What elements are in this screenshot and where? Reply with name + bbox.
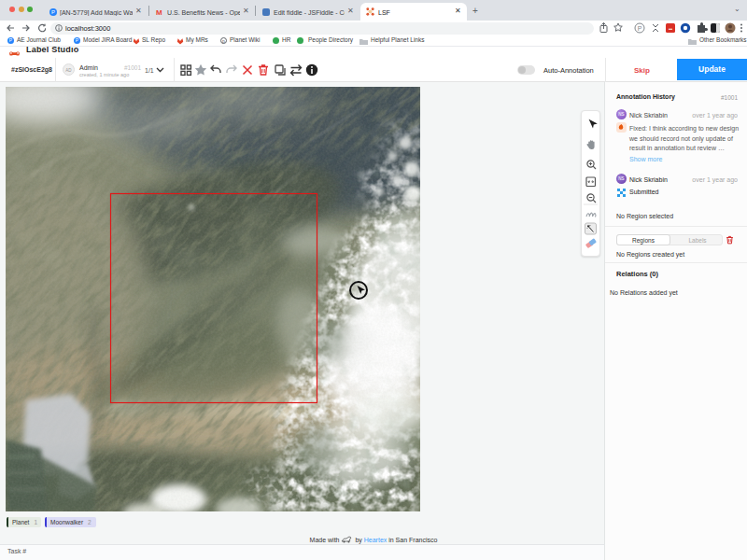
svg-text:P: P [638,25,642,32]
svg-text:••: •• [669,26,672,32]
